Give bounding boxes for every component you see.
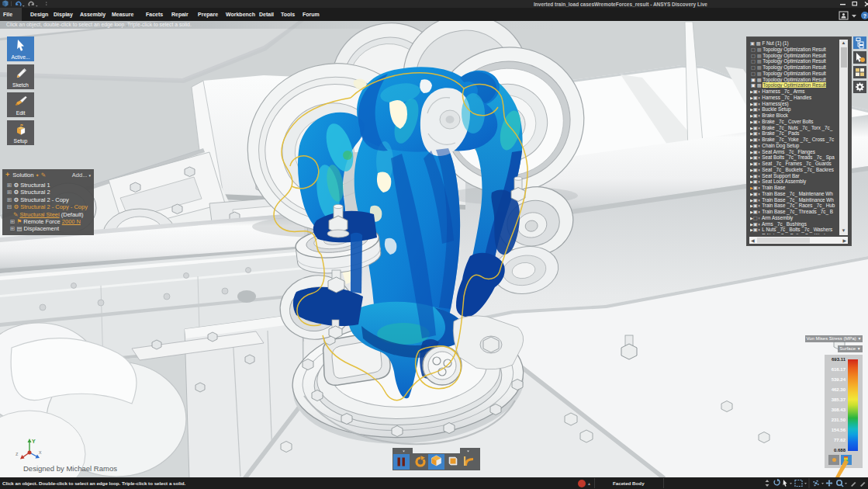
svg-text:Y: Y	[32, 439, 36, 444]
svg-text:?: ?	[863, 12, 866, 18]
svg-text:x: x	[39, 449, 42, 455]
svg-text:z: z	[16, 451, 19, 456]
svg-text:Designed by Michael Ramos: Designed by Michael Ramos	[23, 464, 117, 473]
